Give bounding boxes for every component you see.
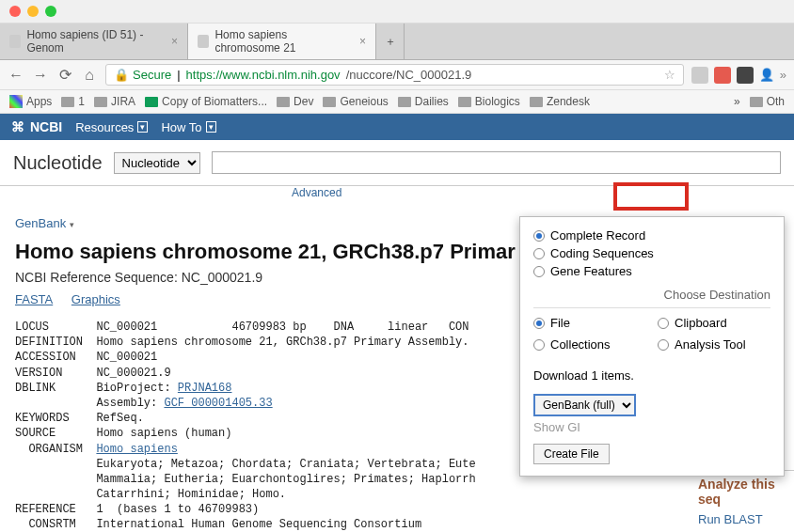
new-tab-button[interactable]: ＋ (376, 23, 405, 59)
bookmark-folder[interactable]: JIRA (94, 95, 135, 108)
tab-title: Homo sapiens chromosome 21 (214, 28, 354, 55)
favicon-icon (198, 35, 209, 48)
assembly-link[interactable]: GCF_000001405.33 (164, 397, 272, 410)
extension-icon[interactable] (691, 67, 708, 84)
url-path: /nuccore/NC_000021.9 (346, 68, 472, 82)
radio-clipboard[interactable]: Clipboard (658, 316, 770, 330)
radio-icon (533, 248, 545, 259)
ncbi-logo[interactable]: ⌘ NCBI (11, 119, 62, 134)
chevron-down-icon: ▾ (70, 220, 74, 229)
radio-gene-features[interactable]: Gene Features (533, 264, 770, 278)
chevron-down-icon: ▾ (137, 121, 148, 133)
bookmark-folder[interactable]: Geneious (323, 95, 388, 108)
reload-icon[interactable]: ⟳ (56, 66, 73, 84)
chevron-right-icon[interactable]: » (734, 95, 740, 108)
advanced-link[interactable]: Advanced (292, 186, 341, 199)
bookmarks-bar: Apps 1 JIRA Copy of Biomatters... Dev Ge… (0, 90, 794, 114)
close-tab-icon[interactable]: × (359, 35, 366, 48)
url-host: https://www.ncbi.nlm.nih.gov (186, 68, 341, 82)
database-select[interactable]: Nucleotide (114, 152, 200, 174)
address-bar: ← → ⟳ ⌂ 🔒 Secure | https://www.ncbi.nlm.… (0, 60, 794, 90)
organism-link[interactable]: Homo sapiens (96, 443, 177, 456)
format-select[interactable]: GenBank (full) (533, 394, 636, 416)
bioproject-link[interactable]: PRJNA168 (178, 382, 232, 395)
extension-icons: 👤 » (691, 67, 786, 84)
show-gi-label: Show GI (533, 420, 770, 434)
back-icon[interactable]: ← (8, 67, 24, 84)
tab-nuccore[interactable]: Homo sapiens chromosome 21 × (188, 23, 376, 59)
browser-tabstrip: Homo sapiens (ID 51) - Genom × Homo sapi… (0, 23, 794, 60)
search-area: Nucleotide Nucleotide (0, 140, 794, 186)
format-dropdown[interactable]: GenBank ▾ (15, 216, 74, 230)
minimize-window-icon[interactable] (27, 6, 39, 17)
secure-badge: 🔒 Secure (114, 68, 171, 82)
profile-icon[interactable]: 👤 (759, 68, 774, 82)
bookmark-folder[interactable]: Dailies (398, 95, 449, 108)
tab-genome[interactable]: Homo sapiens (ID 51) - Genom × (0, 23, 188, 59)
choose-destination-label: Choose Destination (533, 288, 770, 302)
bookmark-folder[interactable]: Dev (277, 95, 313, 108)
right-rail-analyze: Analyze this seq Run BLAST (691, 470, 794, 532)
bookmark-folder[interactable]: 1 (61, 95, 85, 108)
highlight-sendto (613, 182, 689, 211)
ncbi-header: ⌘ NCBI Resources▾ How To▾ (0, 114, 794, 140)
bookmark-folder[interactable]: Zendesk (530, 95, 590, 108)
bookmark-folder[interactable]: Biologics (458, 95, 520, 108)
run-blast-link[interactable]: Run BLAST (698, 512, 786, 526)
forward-icon[interactable]: → (32, 67, 49, 84)
resources-menu[interactable]: Resources▾ (75, 120, 148, 134)
radio-collections[interactable]: Collections (533, 337, 646, 352)
fasta-link[interactable]: FASTA (15, 292, 53, 306)
create-file-button[interactable]: Create File (533, 444, 610, 464)
radio-icon (658, 318, 669, 329)
lock-icon: 🔒 (114, 68, 129, 82)
radio-icon (533, 230, 545, 242)
analyze-heading: Analyze this seq (698, 477, 786, 507)
maximize-window-icon[interactable] (45, 6, 56, 17)
radio-icon (533, 318, 545, 329)
favicon-icon (9, 35, 21, 48)
url-input[interactable]: 🔒 Secure | https://www.ncbi.nlm.nih.gov/… (105, 64, 684, 86)
database-title: Nucleotide (13, 152, 103, 174)
apps-button[interactable]: Apps (9, 95, 52, 108)
close-window-icon[interactable] (9, 6, 21, 17)
search-input[interactable] (212, 151, 781, 174)
chevron-right-icon[interactable]: » (780, 68, 786, 82)
download-items-label: Download 1 items. (533, 368, 770, 383)
radio-analysis-tool[interactable]: Analysis Tool (658, 337, 770, 352)
send-to-panel: Complete Record Coding Sequences Gene Fe… (519, 216, 785, 477)
window-traffic-lights (0, 0, 794, 23)
graphics-link[interactable]: Graphics (71, 292, 120, 306)
extension-icon[interactable] (714, 67, 731, 84)
radio-icon (658, 339, 669, 351)
howto-menu[interactable]: How To▾ (161, 120, 215, 134)
bookmark-link[interactable]: Copy of Biomatters... (145, 95, 267, 108)
radio-complete-record[interactable]: Complete Record (533, 228, 770, 243)
radio-icon (533, 266, 545, 277)
radio-file[interactable]: File (533, 316, 646, 330)
secure-label: Secure (133, 68, 171, 82)
extension-icon[interactable] (737, 67, 754, 84)
close-tab-icon[interactable]: × (171, 35, 178, 48)
chevron-down-icon: ▾ (206, 121, 216, 133)
tab-title: Homo sapiens (ID 51) - Genom (26, 28, 166, 55)
ncbi-logo-icon: ⌘ (11, 119, 24, 134)
home-icon[interactable]: ⌂ (81, 67, 98, 84)
star-icon[interactable]: ☆ (664, 68, 675, 82)
radio-coding-sequences[interactable]: Coding Sequences (533, 246, 770, 260)
other-bookmarks[interactable]: Oth (750, 95, 785, 108)
radio-icon (533, 339, 545, 351)
